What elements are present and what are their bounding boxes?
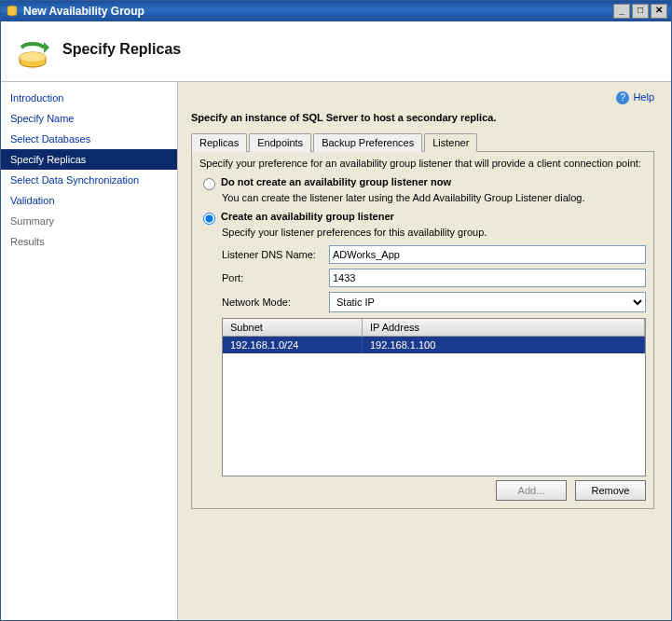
port-label: Port: bbox=[222, 272, 329, 283]
radio-create-listener-label: Create an availability group listener bbox=[221, 211, 394, 222]
remove-button[interactable]: Remove bbox=[575, 480, 646, 501]
dns-name-input[interactable] bbox=[329, 245, 646, 264]
svg-marker-3 bbox=[44, 42, 49, 53]
title-bar: New Availability Group _ □ ✕ bbox=[1, 1, 671, 21]
port-input[interactable] bbox=[329, 269, 646, 287]
svg-point-2 bbox=[20, 52, 46, 62]
page-title: Specify Replicas bbox=[62, 41, 181, 58]
help-label: Help bbox=[633, 91, 654, 103]
step-introduction[interactable]: Introduction bbox=[1, 88, 177, 108]
minimize-button[interactable]: _ bbox=[613, 4, 630, 19]
dns-name-label: Listener DNS Name: bbox=[222, 249, 329, 260]
step-validation[interactable]: Validation bbox=[1, 190, 177, 211]
col-header-subnet[interactable]: Subnet bbox=[223, 319, 363, 336]
page-instruction: Specify an instance of SQL Server to hos… bbox=[191, 112, 654, 123]
listener-tab-pane: Specify your preference for an availabil… bbox=[191, 151, 654, 509]
radio-create-listener-sub: Specify your listener preferences for th… bbox=[222, 227, 646, 238]
content-pane: ?Help Specify an instance of SQL Server … bbox=[178, 82, 671, 621]
tab-endpoints[interactable]: Endpoints bbox=[249, 133, 311, 152]
col-header-ip[interactable]: IP Address bbox=[363, 319, 645, 336]
step-summary: Summary bbox=[1, 211, 177, 231]
header: Specify Replicas bbox=[1, 21, 671, 82]
grid-header: Subnet IP Address bbox=[223, 319, 645, 337]
ip-address-grid: Subnet IP Address 192.168.1.0/24 192.168… bbox=[222, 318, 646, 476]
grid-body: 192.168.1.0/24 192.168.1.100 bbox=[223, 337, 645, 476]
app-icon bbox=[5, 4, 20, 19]
cell-ip: 192.168.1.100 bbox=[363, 337, 645, 353]
step-specify-name[interactable]: Specify Name bbox=[1, 108, 177, 129]
radio-do-not-create[interactable] bbox=[203, 178, 215, 190]
tab-listener[interactable]: Listener bbox=[424, 133, 477, 152]
radio-create-listener[interactable] bbox=[203, 213, 215, 225]
step-results: Results bbox=[1, 231, 177, 252]
tab-backup-preferences[interactable]: Backup Preferences bbox=[313, 133, 422, 152]
cell-subnet: 192.168.1.0/24 bbox=[223, 337, 363, 353]
help-link[interactable]: ?Help bbox=[191, 91, 654, 104]
step-specify-replicas[interactable]: Specify Replicas bbox=[1, 149, 177, 170]
wizard-steps-sidebar: Introduction Specify Name Select Databas… bbox=[1, 82, 178, 621]
maximize-button[interactable]: □ bbox=[632, 4, 649, 19]
help-icon: ? bbox=[616, 91, 629, 104]
radio-do-not-create-sub: You can create the listener later using … bbox=[222, 192, 646, 203]
network-mode-label: Network Mode: bbox=[222, 297, 329, 308]
step-select-databases[interactable]: Select Databases bbox=[1, 129, 177, 149]
tab-strip: Replicas Endpoints Backup Preferences Li… bbox=[191, 133, 654, 152]
table-row[interactable]: 192.168.1.0/24 192.168.1.100 bbox=[223, 337, 645, 353]
wizard-icon bbox=[12, 29, 53, 70]
step-select-data-sync[interactable]: Select Data Synchronization bbox=[1, 170, 177, 190]
network-mode-select[interactable]: Static IP bbox=[329, 292, 646, 312]
listener-description: Specify your preference for an availabil… bbox=[199, 158, 646, 169]
radio-do-not-create-label: Do not create an availability group list… bbox=[221, 176, 451, 187]
window-title: New Availability Group bbox=[23, 5, 611, 18]
close-button[interactable]: ✕ bbox=[651, 4, 667, 19]
tab-replicas[interactable]: Replicas bbox=[191, 133, 247, 152]
add-button[interactable]: Add... bbox=[496, 480, 567, 501]
